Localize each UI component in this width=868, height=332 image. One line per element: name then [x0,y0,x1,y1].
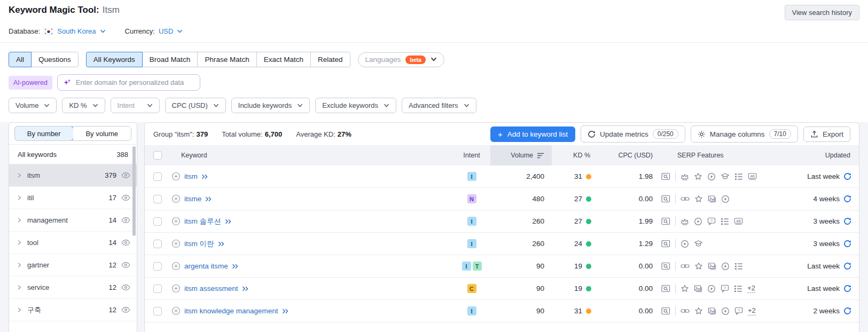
refresh-metrics-icon[interactable] [843,195,851,203]
filter-include-keywords[interactable]: Include keywords [231,98,310,113]
refresh-metrics-icon[interactable] [843,172,851,180]
chevron-right-icon[interactable] [17,307,22,313]
all-keywords-row[interactable]: All keywords 388 [9,144,137,164]
column-header-updated[interactable]: Updated [786,145,859,165]
keyword-link[interactable]: itsm 솔루션 [184,217,221,226]
row-checkbox[interactable] [153,195,162,203]
open-keyword-chevrons-icon[interactable] [205,196,212,202]
tab-related[interactable]: Related [310,52,350,67]
serp-preview-icon[interactable] [661,240,670,248]
sidebar-group-itil[interactable]: itil17 [9,187,137,209]
eye-icon[interactable] [121,262,130,268]
refresh-metrics-icon[interactable] [843,240,851,248]
keyword-link[interactable]: itsm knowledge management [184,307,278,315]
row-checkbox[interactable] [153,240,162,248]
filter-kd[interactable]: KD % [62,98,105,113]
filter-exclude-keywords[interactable]: Exclude keywords [315,98,396,113]
view-search-history-button[interactable]: View search history [785,5,859,20]
open-keyword-chevrons-icon[interactable] [232,264,238,269]
sidebar-group-management[interactable]: management14 [9,209,137,232]
column-header-serp-features[interactable]: SERP Features [660,145,786,165]
keyword-link[interactable]: itsm assessment [184,284,238,293]
refresh-metrics-icon[interactable] [843,217,851,225]
chevron-right-icon[interactable] [17,262,22,268]
chevron-right-icon[interactable] [17,217,22,223]
open-keyword-chevrons-icon[interactable] [201,174,208,179]
row-checkbox[interactable] [153,217,162,226]
refresh-metrics-icon[interactable] [843,307,851,315]
eye-icon[interactable] [121,172,130,179]
eye-icon[interactable] [121,239,130,246]
serp-preview-icon[interactable] [661,172,670,180]
serp-preview-icon[interactable] [661,262,670,270]
serp-preview-icon[interactable] [661,284,670,293]
keyword-link[interactable]: itsm [184,172,198,180]
serp-preview-icon[interactable] [661,307,670,315]
add-keyword-icon[interactable] [171,284,181,293]
open-keyword-chevrons-icon[interactable] [282,309,288,314]
add-keyword-icon[interactable] [171,217,181,226]
row-checkbox[interactable] [153,307,162,315]
chevron-right-icon[interactable] [17,240,22,246]
add-keyword-icon[interactable] [171,239,181,248]
sidebar-toggle-by-volume[interactable]: By volume [73,127,131,140]
open-keyword-chevrons-icon[interactable] [218,241,224,247]
add-keyword-icon[interactable] [171,172,181,181]
filter-intent[interactable]: Intent [111,98,160,113]
column-header-keyword[interactable]: Keyword [169,145,453,165]
languages-dropdown[interactable]: Languages beta [358,52,444,67]
database-selector[interactable]: Database: South Korea [9,27,106,35]
filter-advanced-filters[interactable]: Advanced filters [402,98,476,113]
add-to-keyword-list-button[interactable]: + Add to keyword list [490,127,575,142]
update-metrics-button[interactable]: Update metrics 0/250 [581,125,685,143]
sidebar-group-itsm[interactable]: itsm379 [9,164,137,187]
filter-cpc-usd[interactable]: CPC (USD) [165,98,226,113]
row-checkbox[interactable] [153,262,162,271]
column-header-cpc[interactable]: CPC (USD) [599,145,660,165]
select-all-checkbox[interactable] [153,151,162,160]
tab-questions[interactable]: Questions [31,52,79,67]
tab-all[interactable]: All [9,52,32,67]
open-keyword-chevrons-icon[interactable] [242,286,248,291]
keyword-link[interactable]: itsm 이란 [184,239,214,249]
serp-more-link[interactable]: +2 [747,284,755,293]
eye-icon[interactable] [121,194,130,201]
refresh-metrics-icon[interactable] [843,262,851,270]
column-header-kd[interactable]: KD % [552,145,599,165]
row-checkbox[interactable] [153,172,162,181]
tab-exact-match[interactable]: Exact Match [256,52,311,67]
keyword-link[interactable]: argenta itsme [184,262,228,270]
chevron-right-icon[interactable] [17,284,22,290]
eye-icon[interactable] [121,217,130,224]
sidebar-group-구축[interactable]: 구축12 [9,299,137,321]
sidebar-group-gartner[interactable]: gartner12 [9,254,137,276]
sidebar-group-tool[interactable]: tool14 [9,232,137,254]
eye-icon[interactable] [121,284,130,291]
sidebar-group-service[interactable]: service12 [9,276,137,299]
domain-input[interactable] [76,78,194,86]
add-keyword-icon[interactable] [171,262,181,271]
column-header-intent[interactable]: Intent [453,145,490,165]
export-button[interactable]: Export [803,127,850,142]
tab-phrase-match[interactable]: Phrase Match [197,52,256,67]
database-value[interactable]: South Korea [57,27,96,35]
sidebar-toggle-by-number[interactable]: By number [14,126,74,141]
manage-columns-button[interactable]: Manage columns 7/10 [691,125,798,143]
eye-icon[interactable] [121,306,130,313]
tab-broad-match[interactable]: Broad Match [142,52,198,67]
column-header-volume[interactable]: Volume [490,145,552,165]
currency-selector[interactable]: Currency: USD [125,27,183,35]
filter-volume[interactable]: Volume [9,98,57,113]
serp-preview-icon[interactable] [661,195,670,203]
serp-preview-icon[interactable] [661,217,670,225]
add-keyword-icon[interactable] [171,194,181,203]
serp-more-link[interactable]: +2 [748,306,756,315]
add-keyword-icon[interactable] [171,306,181,315]
chevron-right-icon[interactable] [17,195,22,201]
row-checkbox[interactable] [153,284,162,293]
tab-all-keywords[interactable]: All Keywords [86,52,143,67]
sidebar-scrollbar[interactable] [132,146,136,236]
chevron-right-icon[interactable] [17,172,22,178]
keyword-link[interactable]: itsme [184,195,201,203]
currency-value[interactable]: USD [159,27,173,35]
